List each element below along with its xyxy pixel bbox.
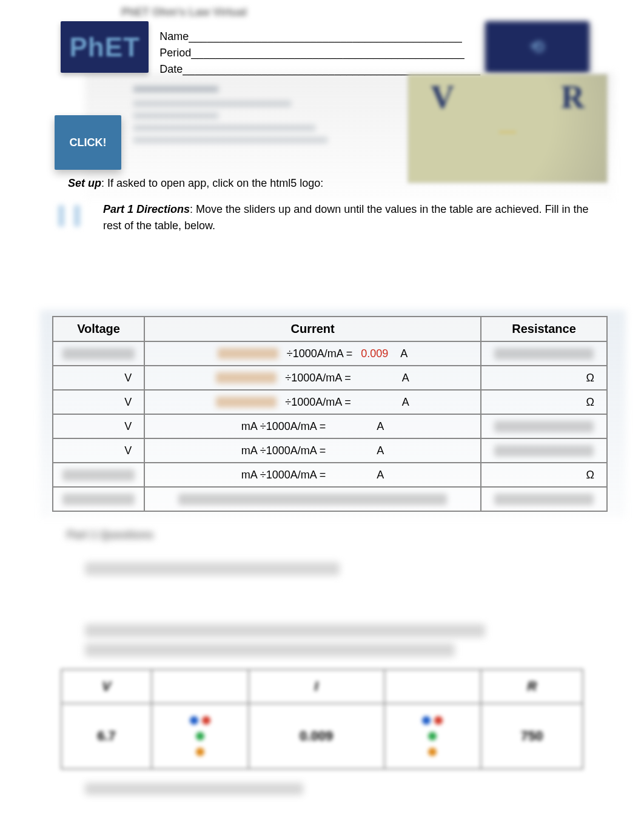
- current-cell: ÷1000A/mA =A: [144, 390, 481, 414]
- table-row: [53, 487, 607, 511]
- table-row: ÷1000A/mA =0.009A: [53, 341, 607, 366]
- current-cell: [144, 487, 481, 511]
- t2-h-op2: [384, 669, 481, 703]
- date-blank: ________________________________________…: [183, 63, 480, 75]
- click-button[interactable]: CLICK!: [55, 115, 121, 170]
- t2-v: 6.7: [61, 703, 152, 769]
- worksheet-title-blur: PhET Ohm's Law Virtual: [121, 6, 644, 19]
- th-current: Current: [144, 317, 481, 341]
- period-line: Period__________________________________…: [159, 45, 480, 61]
- questions-header: Part 1 Questions: [67, 526, 583, 544]
- part1-label: Part 1 Directions: [103, 203, 190, 215]
- setup-line: Set up: If asked to open app, click on t…: [68, 177, 323, 190]
- current-cell: mA ÷1000A/mA =A: [144, 463, 481, 487]
- t2-op2: [384, 703, 481, 769]
- voltage-cell: V: [53, 390, 144, 414]
- blur-line: [85, 562, 340, 575]
- setup-area: CLICK! V — R Set up: If asked to open ap…: [55, 80, 608, 201]
- data-table-1: Voltage Current Resistance ÷1000A/mA =0.…: [52, 316, 608, 512]
- voltage-cell: V: [53, 438, 144, 463]
- phet-logo: PhET: [61, 21, 149, 73]
- phet-logo-text: PhET: [69, 32, 139, 62]
- data-table-2: V I R 6.7 0.009: [61, 669, 583, 770]
- t2-i: 0.009: [249, 703, 384, 769]
- table1-wrap: Voltage Current Resistance ÷1000A/mA =0.…: [52, 316, 608, 512]
- header-row: PhET Name_______________________________…: [61, 21, 589, 78]
- resistance-cell: [481, 487, 607, 511]
- part1-directions: Part 1 Directions: Move the sliders up a…: [61, 201, 589, 234]
- t2-h-op1: [152, 669, 249, 703]
- table-row: V÷1000A/mA =AΩ: [53, 366, 607, 390]
- resistance-cell: Ω: [481, 390, 607, 414]
- current-cell: ÷1000A/mA =0.009A: [144, 341, 481, 366]
- t2-r: 750: [481, 703, 583, 769]
- t2-op1: [152, 703, 249, 769]
- blur-line: [85, 783, 303, 795]
- t2-h-i: I: [249, 669, 384, 703]
- name-blank: ________________________________________…: [189, 30, 461, 42]
- sim-thumbnail: V — R: [408, 74, 608, 183]
- header-right-banner: ⟲: [485, 21, 589, 73]
- resistance-cell: [481, 438, 607, 463]
- setup-label: Set up: [68, 177, 101, 189]
- blur-line: [85, 643, 455, 657]
- page: PhET Ohm's Law Virtual PhET Name________…: [0, 6, 644, 795]
- t2-h-v: V: [61, 669, 152, 703]
- table-row: mA ÷1000A/mA =AΩ: [53, 463, 607, 487]
- th-resistance: Resistance: [481, 317, 607, 341]
- period-label: Period: [159, 47, 191, 59]
- resistance-cell: [481, 341, 607, 366]
- th-voltage: Voltage: [53, 317, 144, 341]
- blur-line: [85, 624, 485, 637]
- name-line: Name____________________________________…: [159, 29, 480, 45]
- voltage-cell: [53, 463, 144, 487]
- setup-text: : If asked to open app, click on the htm…: [101, 177, 323, 189]
- sim-r: R: [561, 78, 585, 116]
- name-period-date: Name____________________________________…: [149, 21, 485, 78]
- t2-h-r: R: [481, 669, 583, 703]
- voltage-cell: V: [53, 366, 144, 390]
- current-cell: mA ÷1000A/mA =A: [144, 438, 481, 463]
- questions-block: Part 1 Questions: [67, 526, 583, 657]
- table-row: VmA ÷1000A/mA =A: [53, 414, 607, 438]
- current-cell: mA ÷1000A/mA =A: [144, 414, 481, 438]
- resistance-cell: Ω: [481, 366, 607, 390]
- resistance-cell: [481, 414, 607, 438]
- resistance-cell: Ω: [481, 463, 607, 487]
- current-cell: ÷1000A/mA =A: [144, 366, 481, 390]
- date-label: Date: [159, 63, 183, 75]
- period-blank: ________________________________________…: [191, 47, 464, 59]
- table-row: VmA ÷1000A/mA =A: [53, 438, 607, 463]
- name-label: Name: [159, 30, 189, 42]
- banner-icon: ⟲: [530, 37, 544, 57]
- sliders-icon: [55, 203, 91, 229]
- search-area-blur: [133, 86, 401, 149]
- sim-v: V: [431, 78, 454, 116]
- voltage-cell: [53, 487, 144, 511]
- table-row: V÷1000A/mA =AΩ: [53, 390, 607, 414]
- sim-dash: —: [499, 121, 516, 140]
- voltage-cell: V: [53, 414, 144, 438]
- voltage-cell: [53, 341, 144, 366]
